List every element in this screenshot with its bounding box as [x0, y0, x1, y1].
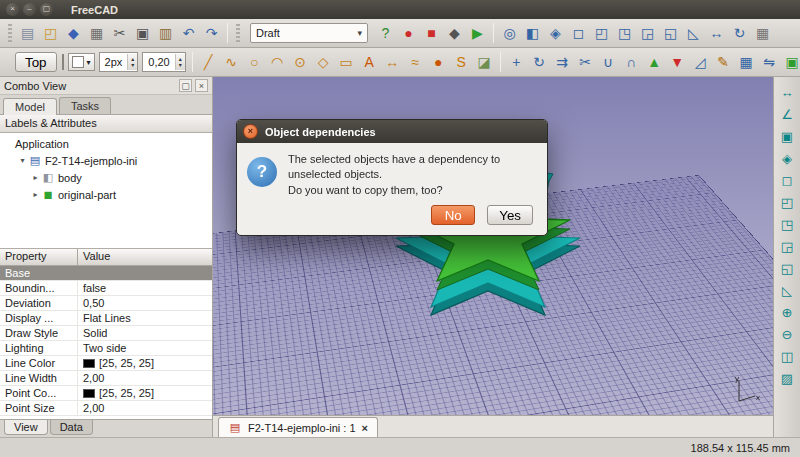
cut-icon[interactable]: ✂	[109, 23, 130, 44]
minimize-button[interactable]: –	[23, 3, 36, 16]
execute-macro-icon[interactable]: ▶	[467, 23, 488, 44]
draft-polygon-icon[interactable]: ◇	[313, 52, 334, 73]
close-document-icon[interactable]: ×	[362, 422, 368, 434]
property-group-header[interactable]: Base	[0, 266, 212, 281]
bottom-view-icon[interactable]: ◱	[660, 23, 681, 44]
draw-style-icon[interactable]: ◧	[522, 23, 543, 44]
selection-view-icon[interactable]: ▦	[752, 23, 773, 44]
property-row[interactable]: LightingTwo side	[0, 341, 212, 356]
draft-upgrade-icon[interactable]: ▲	[644, 52, 665, 73]
axonometric-view-icon[interactable]: ◈	[777, 148, 798, 169]
property-row[interactable]: Line Width2,00	[0, 371, 212, 386]
undo-icon[interactable]: ↶	[178, 23, 199, 44]
face-color-dropdown[interactable]: ▾	[68, 53, 95, 71]
close-panel-icon[interactable]: ×	[195, 79, 208, 92]
dialog-close-button[interactable]: ×	[243, 124, 258, 139]
rear-view-icon[interactable]: ◲	[777, 236, 798, 257]
copy-icon[interactable]: ▣	[132, 23, 153, 44]
expander-icon[interactable]: ▸	[30, 173, 41, 182]
draft-bspline-icon[interactable]: ≈	[405, 52, 426, 73]
tree-item-application[interactable]: Application	[0, 135, 212, 152]
right-view-icon[interactable]: ◳	[614, 23, 635, 44]
tab-view[interactable]: View	[4, 420, 48, 435]
top-view-icon[interactable]: ◰	[777, 192, 798, 213]
working-plane-button[interactable]: Top	[15, 52, 57, 72]
fit-all-icon[interactable]: ▣	[777, 126, 798, 147]
fit-all-icon[interactable]: ◎	[499, 23, 520, 44]
draft-join-icon[interactable]: ∪	[598, 52, 619, 73]
tab-model[interactable]: Model	[3, 98, 57, 115]
refresh-view-icon[interactable]: ↻	[729, 23, 750, 44]
print-icon[interactable]: ▦	[86, 23, 107, 44]
angle-measure-icon[interactable]: ∠	[777, 104, 798, 125]
draft-shapestring-icon[interactable]: S	[451, 52, 472, 73]
draft-facebinder-icon[interactable]: ◪	[474, 52, 495, 73]
rear-view-icon[interactable]: ◲	[637, 23, 658, 44]
top-view-icon[interactable]: ◰	[591, 23, 612, 44]
paste-icon[interactable]: ▥	[155, 23, 176, 44]
3d-viewport[interactable]: y x × Object dependencies ? The selected…	[213, 77, 773, 415]
axonometric-view-icon[interactable]: ◈	[545, 23, 566, 44]
tab-tasks[interactable]: Tasks	[59, 97, 111, 114]
zoom-in-icon[interactable]: ⊕	[777, 302, 798, 323]
float-panel-icon[interactable]: ▢	[179, 79, 192, 92]
draft-circle-icon[interactable]: ○	[244, 52, 265, 73]
toolbar-grip[interactable]	[236, 24, 240, 42]
property-row[interactable]: Point Size2,00	[0, 401, 212, 416]
texture-view-icon[interactable]: ▨	[777, 368, 798, 389]
tree-item-document[interactable]: ▾▤F2-T14-ejemplo-ini	[0, 152, 212, 169]
draft-ellipse-icon[interactable]: ⊙	[290, 52, 311, 73]
workbench-selector[interactable]: Draft ▾	[250, 23, 368, 43]
macro-dialog-icon[interactable]: ◆	[444, 23, 465, 44]
expander-icon[interactable]: ▾	[17, 156, 28, 165]
draft-array-icon[interactable]: ▦	[736, 52, 757, 73]
expander-icon[interactable]: ▸	[30, 190, 41, 199]
document-tab[interactable]: ▤ F2-T14-ejemplo-ini : 1 ×	[218, 417, 378, 437]
draft-polyline-icon[interactable]: ∿	[221, 52, 242, 73]
tab-data[interactable]: Data	[50, 420, 93, 435]
draft-split-icon[interactable]: ∩	[621, 52, 642, 73]
tree-item-original-part[interactable]: ▸◼original-part	[0, 186, 212, 203]
property-row[interactable]: Line Color[25, 25, 25]	[0, 356, 212, 371]
save-document-icon[interactable]: ◆	[63, 23, 84, 44]
property-row[interactable]: Point Co...[25, 25, 25]	[0, 386, 212, 401]
draft-move-icon[interactable]: +	[506, 52, 527, 73]
measure-distance-icon[interactable]: ↔	[706, 23, 727, 44]
new-document-icon[interactable]: ▤	[17, 23, 38, 44]
right-view-icon[interactable]: ◳	[777, 214, 798, 235]
yes-button[interactable]: Yes	[487, 205, 533, 225]
measure-icon[interactable]: ↔	[777, 82, 798, 103]
bottom-view-icon[interactable]: ◱	[777, 258, 798, 279]
draft-arc-icon[interactable]: ◠	[267, 52, 288, 73]
close-button[interactable]: ×	[6, 3, 19, 16]
property-row[interactable]: Draw StyleSolid	[0, 326, 212, 341]
spinner-arrows-icon[interactable]: ▴▾	[175, 54, 185, 70]
draft-rotate-icon[interactable]: ↻	[529, 52, 550, 73]
record-macro-icon[interactable]: ●	[398, 23, 419, 44]
draft-trimex-icon[interactable]: ✂	[575, 52, 596, 73]
line-color-swatch[interactable]	[62, 54, 64, 70]
maximize-button[interactable]: ▢	[40, 3, 53, 16]
front-view-icon[interactable]: ◻	[777, 170, 798, 191]
no-button[interactable]: No	[431, 205, 475, 225]
value-column-header[interactable]: Value	[78, 249, 115, 265]
property-row[interactable]: Display ...Flat Lines	[0, 311, 212, 326]
front-view-icon[interactable]: ◻	[568, 23, 589, 44]
draft-offset-icon[interactable]: ⇉	[552, 52, 573, 73]
draft-line-icon[interactable]: ╱	[198, 52, 219, 73]
draft-mirror-icon[interactable]: ⇋	[759, 52, 780, 73]
property-row[interactable]: Boundin...false	[0, 281, 212, 296]
clipping-plane-icon[interactable]: ◫	[777, 346, 798, 367]
whats-this-icon[interactable]: ?	[375, 23, 396, 44]
tree-item-body[interactable]: ▸◧body	[0, 169, 212, 186]
draft-point-icon[interactable]: ●	[428, 52, 449, 73]
zoom-out-icon[interactable]: ⊖	[777, 324, 798, 345]
draft-edit-icon[interactable]: ✎	[713, 52, 734, 73]
draft-downgrade-icon[interactable]: ▼	[667, 52, 688, 73]
redo-icon[interactable]: ↷	[201, 23, 222, 44]
property-column-header[interactable]: Property	[0, 249, 78, 265]
toolbar-grip[interactable]	[8, 24, 12, 42]
open-document-icon[interactable]: ◰	[40, 23, 61, 44]
snap-spinner[interactable]: 0,20 ▴▾	[142, 52, 185, 72]
stop-macro-icon[interactable]: ■	[421, 23, 442, 44]
